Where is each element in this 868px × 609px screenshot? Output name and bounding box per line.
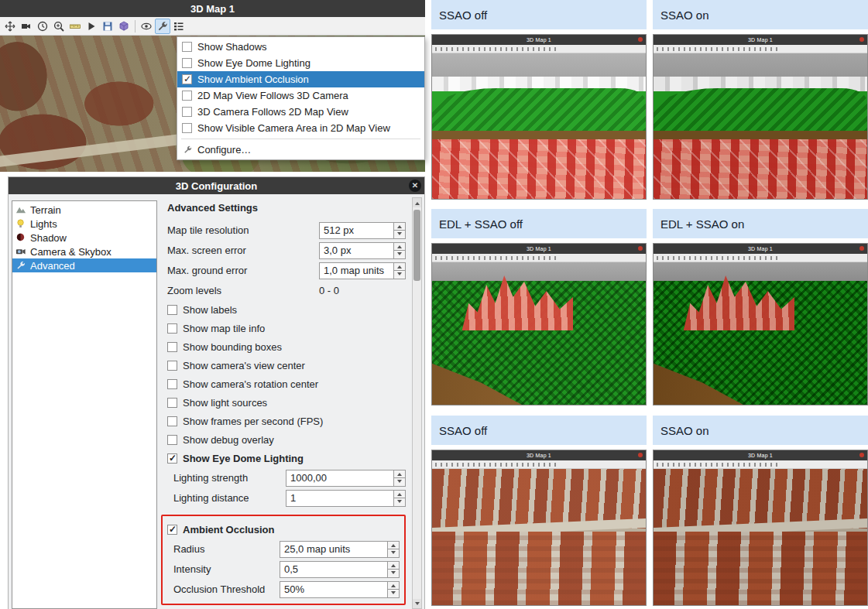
spin-up-button[interactable] xyxy=(393,491,405,498)
spin-up-button[interactable] xyxy=(393,263,405,271)
map-window: 3D Map 1 Show Shadows xyxy=(0,0,425,172)
map-window-titlebar[interactable]: 3D Map 1 xyxy=(0,0,425,17)
dialog-scrollbar[interactable] xyxy=(412,197,422,609)
render-layer xyxy=(432,139,646,199)
legend-icon[interactable] xyxy=(171,19,187,34)
spin-up-button[interactable] xyxy=(387,542,399,549)
comparison-image-ssao-on-1: 3D Map 1 xyxy=(653,34,868,200)
occlusion-threshold-spinbox[interactable]: 50% xyxy=(280,581,400,598)
spin-down-button[interactable] xyxy=(393,230,405,238)
eye-icon[interactable] xyxy=(139,19,154,34)
sidebar-item-shadow[interactable]: Shadow xyxy=(12,231,156,245)
menu-item-3d-follows-2d[interactable]: 3D Camera Follows 2D Map View xyxy=(177,104,424,120)
spinbox-value: 1 xyxy=(286,491,393,506)
wrench-options-icon[interactable] xyxy=(155,19,170,34)
zoom-in-icon[interactable] xyxy=(51,19,67,34)
export-cube-icon[interactable] xyxy=(116,19,132,34)
checkbox-icon xyxy=(182,42,192,52)
menu-item-show-visible-camera-area[interactable]: Show Visible Camera Area in 2D Map View xyxy=(177,120,424,136)
scrollbar-up-arrow-icon[interactable] xyxy=(413,198,421,207)
spinbox-value: 1000,00 xyxy=(286,470,393,486)
menu-item-show-eye-dome-lighting[interactable]: Show Eye Dome Lighting xyxy=(177,55,424,71)
spin-up-button[interactable] xyxy=(393,243,405,251)
max-screen-error-spinbox[interactable]: 3,0 px xyxy=(319,242,406,259)
render-layer xyxy=(654,356,743,405)
mini-close-icon xyxy=(638,246,643,251)
checkbox-icon xyxy=(167,379,177,389)
checkbox-show-cameras-view-center[interactable]: Show camera's view center xyxy=(167,358,406,374)
render-ssao-on xyxy=(654,53,867,199)
mini-window-title: 3D Map 1 xyxy=(748,453,773,458)
max-ground-error-spinbox[interactable]: 1,0 map units xyxy=(319,262,406,279)
spin-down-button[interactable] xyxy=(393,270,405,279)
save-image-icon[interactable] xyxy=(100,19,115,34)
config-dialog-titlebar[interactable]: 3D Configuration ✕ xyxy=(9,177,424,194)
field-max-ground-error: Max. ground error 1,0 map units xyxy=(167,262,406,279)
checkbox-label: Show map tile info xyxy=(183,323,265,334)
checkbox-icon xyxy=(182,123,192,133)
spin-up-button[interactable] xyxy=(393,223,405,231)
spin-up-button[interactable] xyxy=(393,470,405,478)
lighting-distance-spinbox[interactable]: 1 xyxy=(286,490,406,507)
menu-item-show-shadows[interactable]: Show Shadows xyxy=(177,39,424,55)
field-label: Lighting distance xyxy=(173,492,286,504)
spinbox-buttons xyxy=(393,243,405,258)
sidebar-item-terrain[interactable]: Terrain xyxy=(12,203,156,217)
mini-window-toolbar xyxy=(432,45,646,53)
menu-item-label: Show Eye Dome Lighting xyxy=(197,57,310,69)
menu-item-2d-follows-3d[interactable]: 2D Map View Follows 3D Camera xyxy=(177,87,424,104)
checkbox-icon xyxy=(167,323,177,334)
checkbox-checked-icon xyxy=(182,74,192,84)
menu-item-configure[interactable]: Configure… xyxy=(177,142,424,158)
checkbox-show-map-tile-info[interactable]: Show map tile info xyxy=(167,320,406,337)
map-tile-resolution-spinbox[interactable]: 512 px xyxy=(319,222,406,239)
scrollbar-thumb[interactable] xyxy=(413,210,420,281)
checkbox-show-light-sources[interactable]: Show light sources xyxy=(167,395,406,411)
sidebar-item-advanced[interactable]: Advanced xyxy=(12,258,156,272)
checkbox-show-fps[interactable]: Show frames per second (FPS) xyxy=(167,413,406,429)
sidebar-item-camera-skybox[interactable]: Camera & Skybox xyxy=(12,245,156,258)
scrollbar-down-arrow-icon[interactable] xyxy=(413,599,421,608)
wrench-icon xyxy=(15,260,26,271)
spin-down-button[interactable] xyxy=(387,589,399,597)
clock-icon[interactable] xyxy=(35,19,50,34)
lighting-strength-spinbox[interactable]: 1000,00 xyxy=(286,470,406,487)
mini-window-toolbar xyxy=(654,254,867,262)
render-photo-ssao-off xyxy=(432,469,646,605)
comparison-image-ssao-off-1: 3D Map 1 xyxy=(431,34,647,200)
sidebar-item-lights[interactable]: Lights xyxy=(12,217,156,231)
camera-move-icon[interactable] xyxy=(19,19,34,34)
spin-down-button[interactable] xyxy=(387,569,399,577)
field-label: Max. ground error xyxy=(167,265,319,276)
checkbox-show-debug-overlay[interactable]: Show debug overlay xyxy=(167,432,406,448)
spin-down-button[interactable] xyxy=(393,477,405,486)
mini-window-toolbar xyxy=(432,460,646,469)
checkbox-show-eye-dome-lighting[interactable]: Show Eye Dome Lighting xyxy=(167,450,406,467)
checkbox-ambient-occlusion[interactable]: Ambient Occlusion xyxy=(167,522,400,538)
mini-window-title: 3D Map 1 xyxy=(748,246,773,251)
mini-close-icon xyxy=(638,453,643,457)
spin-down-button[interactable] xyxy=(393,498,405,506)
menu-item-label: 3D Camera Follows 2D Map View xyxy=(197,106,348,118)
spin-up-button[interactable] xyxy=(387,562,399,570)
menu-item-show-ambient-occlusion[interactable]: Show Ambient Occlusion xyxy=(177,71,424,87)
spin-up-button[interactable] xyxy=(387,582,399,590)
screenshot-root: 3D Map 1 Show Shadows xyxy=(0,0,868,609)
spin-down-button[interactable] xyxy=(387,549,399,557)
comparison-image-ssao-off-2: 3D Map 1 xyxy=(431,450,647,606)
checkbox-label: Show camera's view center xyxy=(183,360,305,371)
spinbox-value: 50% xyxy=(280,582,387,597)
measure-icon[interactable] xyxy=(67,19,83,34)
checkbox-show-cameras-rotation-center[interactable]: Show camera's rotation center xyxy=(167,376,406,392)
render-edl-ssao-off xyxy=(432,262,646,405)
checkbox-show-bounding-boxes[interactable]: Show bounding boxes xyxy=(167,339,406,355)
pan-icon[interactable] xyxy=(2,19,18,34)
mini-window-title: 3D Map 1 xyxy=(527,453,551,458)
checkbox-show-labels[interactable]: Show labels xyxy=(167,302,406,318)
intensity-spinbox[interactable]: 0,5 xyxy=(280,561,400,578)
play-icon[interactable] xyxy=(84,19,99,34)
close-icon[interactable]: ✕ xyxy=(409,180,421,192)
spin-down-button[interactable] xyxy=(393,250,405,258)
radius-spinbox[interactable]: 25,0 map units xyxy=(280,541,400,558)
header-label: EDL + SSAO on xyxy=(660,217,744,231)
